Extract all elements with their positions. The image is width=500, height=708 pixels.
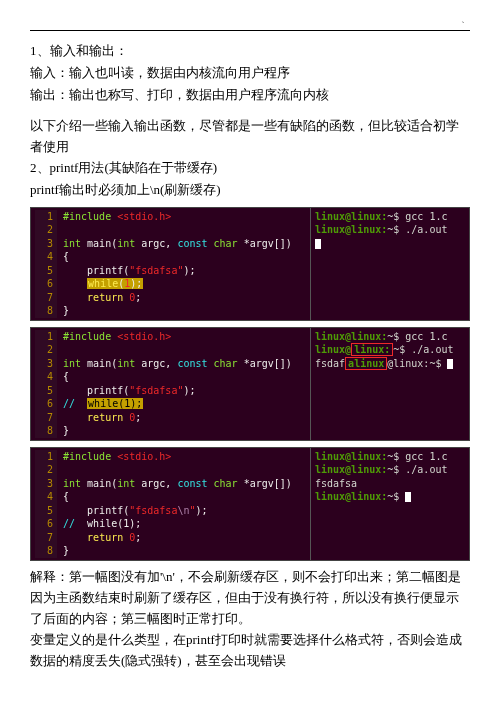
intro-line-2: 输入：输入也叫读，数据由内核流向用户程序 xyxy=(30,63,470,84)
intro-line-4: 以下介绍一些输入输出函数，尽管都是一些有缺陷的函数，但比较适合初学者使用 xyxy=(30,116,470,158)
code-block-2: 1#include <stdio.h> 2 3int main(int argc… xyxy=(30,327,470,441)
page-marker-top: 、 xyxy=(30,12,470,26)
header-rule xyxy=(30,30,470,31)
cursor-icon xyxy=(315,239,321,249)
terminal-pane: linux@linux:~$ gcc 1.c linux@linux:~$ ./… xyxy=(310,208,469,320)
cursor-icon xyxy=(405,492,411,502)
code-block-1: 1#include <stdio.h> 2 3int main(int argc… xyxy=(30,207,470,321)
code-block-3: 1#include <stdio.h> 2 3int main(int argc… xyxy=(30,447,470,561)
editor-pane: 1#include <stdio.h> 2 3int main(int argc… xyxy=(31,208,310,320)
cursor-icon xyxy=(447,359,453,369)
intro-line-6: printf输出时必须加上\n(刷新缓存) xyxy=(30,180,470,201)
editor-pane: 1#include <stdio.h> 2 3int main(int argc… xyxy=(31,328,310,440)
intro-line-3: 输出：输出也称写、打印，数据由用户程序流向内核 xyxy=(30,85,470,106)
editor-pane: 1#include <stdio.h> 2 3int main(int argc… xyxy=(31,448,310,560)
outro-line-1: 解释：第一幅图没有加'\n'，不会刷新缓存区，则不会打印出来；第二幅图是因为主函… xyxy=(30,567,470,629)
terminal-pane: linux@linux:~$ gcc 1.c linux@linux:~$ ./… xyxy=(310,448,469,560)
terminal-pane: linux@linux:~$ gcc 1.c linux@linux:~$ ./… xyxy=(310,328,469,440)
outro-line-2: 变量定义的是什么类型，在printf打印时就需要选择什么格式符，否则会造成数据的… xyxy=(30,630,470,672)
intro-line-1: 1、输入和输出： xyxy=(30,41,470,62)
intro-line-5: 2、printf用法(其缺陷在于带缓存) xyxy=(30,158,470,179)
